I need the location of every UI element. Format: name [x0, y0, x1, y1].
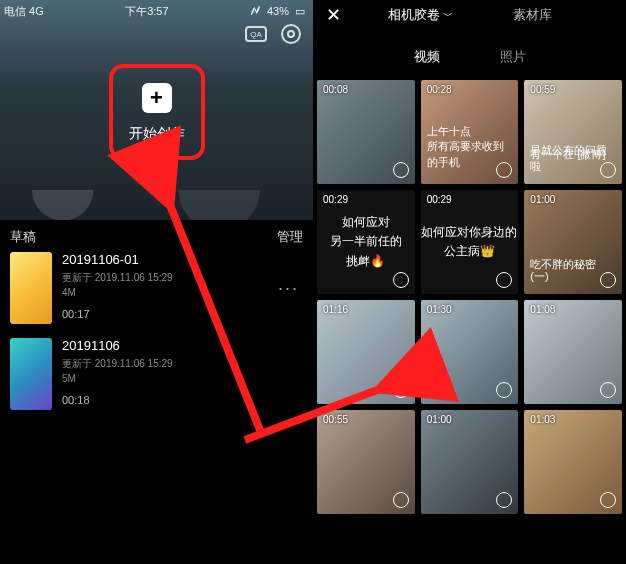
- chevron-down-icon: ﹀: [443, 10, 453, 21]
- clip-caption: (一): [530, 269, 616, 284]
- clip-duration: 01:08: [530, 304, 555, 315]
- feedback-icon[interactable]: QA: [245, 26, 267, 42]
- select-circle-icon[interactable]: [393, 272, 409, 288]
- clip-duration: 00:59: [530, 84, 555, 95]
- media-clip[interactable]: 00:55: [317, 410, 415, 514]
- draft-thumbnail: [10, 338, 52, 410]
- clip-duration: 00:29: [323, 194, 348, 205]
- draft-item-size: 4M: [62, 287, 268, 298]
- draft-item[interactable]: 20191106 更新于 2019.11.06 15:29 5M 00:18: [10, 338, 303, 410]
- media-clip[interactable]: 00:28上午十点所有高要求收到的手机: [421, 80, 519, 184]
- media-clip[interactable]: 00:59有一个在 [微博]早就公布的问题啦: [524, 80, 622, 184]
- subtab-photo[interactable]: 照片: [500, 48, 526, 66]
- plus-icon: +: [142, 83, 172, 113]
- draft-item-title: 20191106: [62, 338, 303, 353]
- draft-title: 草稿: [10, 228, 36, 246]
- select-circle-icon[interactable]: [393, 162, 409, 178]
- settings-icon[interactable]: [281, 24, 301, 44]
- select-circle-icon[interactable]: [496, 492, 512, 508]
- draft-item-duration: 00:18: [62, 394, 303, 406]
- more-icon[interactable]: ···: [278, 278, 303, 299]
- select-circle-icon[interactable]: [393, 382, 409, 398]
- create-label: 开始创作: [129, 125, 185, 143]
- clip-caption: 早就公布的问题啦: [530, 143, 616, 174]
- media-clip[interactable]: 00:08: [317, 80, 415, 184]
- media-clip[interactable]: 01:08: [524, 300, 622, 404]
- draft-item-updated: 更新于 2019.11.06 15:29: [62, 271, 268, 285]
- select-circle-icon[interactable]: [393, 492, 409, 508]
- media-clip[interactable]: 01:00吃不胖的秘密(一): [524, 190, 622, 294]
- status-bar: 电信 4G 下午3:57 🗲 43% ▭: [0, 0, 313, 22]
- manage-button[interactable]: 管理: [277, 228, 303, 246]
- status-battery: 🗲 43% ▭: [250, 5, 305, 18]
- clip-duration: 00:28: [427, 84, 452, 95]
- clip-duration: 00:08: [323, 84, 348, 95]
- media-clip[interactable]: 01:30: [421, 300, 519, 404]
- media-clip[interactable]: 00:29如何应对另一半前任的挑衅🔥: [317, 190, 415, 294]
- clip-text: 如何应对另一半前任的挑衅🔥: [330, 213, 402, 271]
- tab-camera-roll[interactable]: 相机胶卷﹀: [388, 6, 453, 24]
- tab-material-library[interactable]: 素材库: [513, 6, 552, 24]
- select-circle-icon[interactable]: [496, 272, 512, 288]
- clip-text: 如何应对你身边的公主病👑: [421, 223, 517, 261]
- subtab-video[interactable]: 视频: [414, 48, 440, 66]
- media-clip[interactable]: 01:16: [317, 300, 415, 404]
- draft-item[interactable]: 20191106-01 更新于 2019.11.06 15:29 4M 00:1…: [10, 252, 303, 324]
- media-clip[interactable]: 00:29如何应对你身边的公主病👑: [421, 190, 519, 294]
- clip-caption: 上午十点所有高要求收到的手机: [427, 124, 513, 170]
- draft-thumbnail: [10, 252, 52, 324]
- select-circle-icon[interactable]: [600, 382, 616, 398]
- draft-item-duration: 00:17: [62, 308, 268, 320]
- draft-section-header: 草稿 管理: [0, 220, 313, 252]
- select-circle-icon[interactable]: [496, 382, 512, 398]
- media-picker-panel: ✕ 相机胶卷﹀ 素材库 视频 照片 00:0800:28上午十点所有高要求收到的…: [313, 0, 626, 564]
- clip-duration: 01:16: [323, 304, 348, 315]
- clip-duration: 01:03: [530, 414, 555, 425]
- media-grid: 00:0800:28上午十点所有高要求收到的手机00:59有一个在 [微博]早就…: [313, 80, 626, 514]
- clip-duration: 00:29: [427, 194, 452, 205]
- clip-duration: 01:00: [530, 194, 555, 205]
- media-clip[interactable]: 01:00: [421, 410, 519, 514]
- draft-item-updated: 更新于 2019.11.06 15:29: [62, 357, 303, 371]
- media-clip[interactable]: 01:03: [524, 410, 622, 514]
- clip-duration: 01:30: [427, 304, 452, 315]
- draft-item-title: 20191106-01: [62, 252, 268, 267]
- hero-area: 电信 4G 下午3:57 🗲 43% ▭ QA + 开始创作: [0, 0, 313, 220]
- status-time: 下午3:57: [125, 4, 168, 19]
- editor-app-panel: 电信 4G 下午3:57 🗲 43% ▭ QA + 开始创作 草稿 管理 20: [0, 0, 313, 564]
- draft-item-size: 5M: [62, 373, 303, 384]
- create-button[interactable]: + 开始创作: [109, 64, 205, 160]
- clip-duration: 01:00: [427, 414, 452, 425]
- clip-duration: 00:55: [323, 414, 348, 425]
- status-carrier: 电信 4G: [4, 4, 44, 19]
- select-circle-icon[interactable]: [600, 492, 616, 508]
